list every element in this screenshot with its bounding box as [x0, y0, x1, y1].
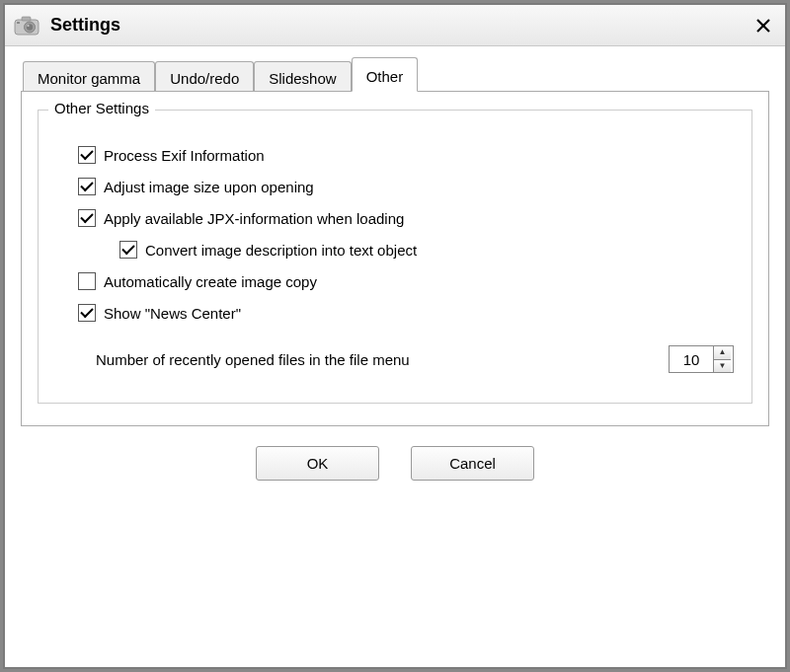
label-news-center: Show "News Center"	[104, 305, 241, 322]
close-icon[interactable]	[750, 12, 777, 39]
checkbox-auto-copy[interactable]	[78, 272, 96, 290]
row-convert-desc: Convert image description into text obje…	[119, 241, 734, 259]
content-area: Monitor gamma Undo/redo Slideshow Other …	[5, 46, 785, 496]
spin-up-icon[interactable]: ▲	[714, 346, 731, 360]
checkbox-convert-desc[interactable]	[119, 241, 137, 259]
label-auto-copy: Automatically create image copy	[104, 273, 317, 290]
row-recent-files: Number of recently opened files in the f…	[96, 345, 734, 373]
row-auto-copy: Automatically create image copy	[78, 272, 734, 290]
label-convert-desc: Convert image description into text obje…	[145, 242, 417, 259]
checkbox-apply-jpx[interactable]	[78, 209, 96, 227]
label-recent-files: Number of recently opened files in the f…	[96, 351, 669, 368]
tab-panel-other: Other Settings Process Exif Information …	[21, 91, 769, 426]
row-news-center: Show "News Center"	[78, 304, 734, 322]
tab-undo-redo[interactable]: Undo/redo	[155, 61, 254, 93]
spinbox-buttons: ▲ ▼	[713, 346, 731, 372]
input-recent-files[interactable]	[670, 346, 713, 372]
checkbox-adjust-size[interactable]	[78, 178, 96, 195]
other-settings-group: Other Settings Process Exif Information …	[38, 110, 752, 404]
svg-rect-5	[17, 22, 20, 24]
checkbox-process-exif[interactable]	[78, 146, 96, 164]
titlebar: Settings	[5, 5, 785, 46]
tab-monitor-gamma[interactable]: Monitor gamma	[23, 61, 155, 93]
row-process-exif: Process Exif Information	[78, 146, 734, 164]
label-process-exif: Process Exif Information	[104, 147, 265, 164]
svg-point-4	[27, 25, 29, 27]
label-adjust-size: Adjust image size upon opening	[104, 179, 314, 195]
checkbox-news-center[interactable]	[78, 304, 96, 322]
window-title: Settings	[50, 15, 750, 36]
tabstrip: Monitor gamma Undo/redo Slideshow Other	[23, 56, 769, 91]
row-apply-jpx: Apply available JPX-information when loa…	[78, 209, 734, 227]
groupbox-title: Other Settings	[48, 100, 155, 116]
app-camera-icon	[13, 14, 42, 37]
row-adjust-size: Adjust image size upon opening	[78, 178, 734, 195]
tab-slideshow[interactable]: Slideshow	[254, 61, 351, 93]
tab-other[interactable]: Other	[352, 57, 419, 92]
settings-window: Settings Monitor gamma Undo/redo Slidesh…	[4, 4, 786, 668]
ok-button[interactable]: OK	[256, 446, 379, 481]
spin-down-icon[interactable]: ▼	[714, 360, 731, 373]
svg-rect-1	[22, 17, 31, 21]
svg-point-3	[27, 24, 33, 30]
dialog-buttons: OK Cancel	[21, 446, 769, 481]
label-apply-jpx: Apply available JPX-information when loa…	[104, 210, 404, 227]
cancel-button[interactable]: Cancel	[411, 446, 534, 481]
spinbox-recent-files: ▲ ▼	[669, 345, 734, 373]
